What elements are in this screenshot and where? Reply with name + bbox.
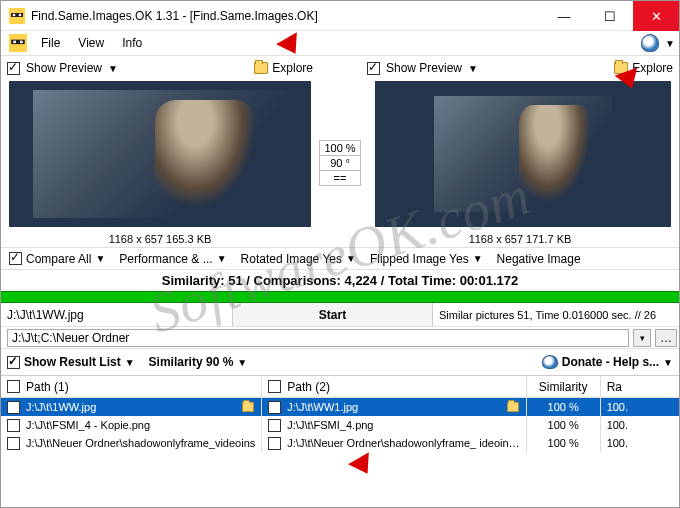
show-preview-left-label: Show Preview <box>26 61 102 75</box>
equal-indicator: == <box>319 170 361 186</box>
row-checkbox[interactable] <box>7 437 20 450</box>
preview-left-info: 1168 x 657 165.3 KB <box>1 229 319 247</box>
path-dropdown[interactable]: ▾ <box>633 329 651 347</box>
title-bar: Find.Same.Images.OK 1.31 - [Find.Same.Im… <box>1 1 679 31</box>
negative-option[interactable]: Negative Image <box>493 252 585 266</box>
folder-icon[interactable] <box>507 402 519 412</box>
folder-icon <box>254 62 268 74</box>
compare-all-option[interactable]: Compare All▼ <box>5 252 109 266</box>
header-ra[interactable]: Ra <box>607 380 622 394</box>
select-all-path2[interactable] <box>268 380 281 393</box>
path2-cell[interactable]: J:\J\t\WW1.jpg <box>287 401 358 413</box>
row-checkbox[interactable] <box>268 419 281 432</box>
show-preview-left-checkbox[interactable] <box>7 62 20 75</box>
cup-icon <box>542 355 558 369</box>
explore-left-button[interactable]: Explore <box>272 61 313 75</box>
zoom-value: 100 % <box>319 140 361 156</box>
minimize-button[interactable]: — <box>541 1 587 31</box>
progress-bar <box>1 291 679 303</box>
header-similarity[interactable]: Similarity <box>539 380 588 394</box>
explore-right-button[interactable]: Explore <box>632 61 673 75</box>
maximize-button[interactable]: ☐ <box>587 1 633 31</box>
row-checkbox[interactable] <box>7 401 20 414</box>
show-result-list-option[interactable]: Show Result List▼ <box>7 355 135 369</box>
browse-button[interactable]: … <box>655 329 677 347</box>
result-options: Show Result List▼ Similarity 90 %▼ Donat… <box>1 349 679 375</box>
options-bar: Compare All▼ Performance & ...▼ Rotated … <box>1 247 679 269</box>
scan-path-row: ▾ … <box>1 327 679 349</box>
ra-cell: 100. <box>607 437 628 449</box>
menu-view[interactable]: View <box>70 34 112 52</box>
preview-image-left[interactable] <box>9 81 311 227</box>
select-all-path1[interactable] <box>7 380 20 393</box>
start-button[interactable]: Start <box>233 303 433 326</box>
flipped-option[interactable]: Flipped Image Yes▼ <box>366 252 487 266</box>
chevron-down-icon[interactable]: ▼ <box>665 38 675 49</box>
svg-point-6 <box>13 40 16 43</box>
path1-cell[interactable]: J:\J\t\Neuer Ordner\shadowonlyframe_vide… <box>26 437 255 449</box>
menu-bar: File View Info ▼ <box>1 31 679 55</box>
col-similarity: Similarity 100 %100 %100 % <box>527 376 601 452</box>
status-text: Similar pictures 51, Time 0.016000 sec. … <box>433 303 679 326</box>
similarity-cell: 100 % <box>548 437 579 449</box>
row-checkbox[interactable] <box>268 401 281 414</box>
performance-option[interactable]: Performance & ...▼ <box>115 252 230 266</box>
path2-cell[interactable]: J:\J\t\FSMI_4.png <box>287 419 373 431</box>
results-table: Path (1) J:\J\t\1WW.jpgJ:\J\t\FSMI_4 - K… <box>1 375 679 452</box>
chevron-down-icon[interactable]: ▼ <box>108 63 118 74</box>
header-path1[interactable]: Path (1) <box>26 380 69 394</box>
rotated-option[interactable]: Rotated Image Yes▼ <box>237 252 360 266</box>
path2-cell[interactable]: J:\J\t\Neuer Ordner\shadowonlyframe_ ide… <box>287 437 519 449</box>
rotation-value: 90 ° <box>319 155 361 171</box>
svg-point-7 <box>20 40 23 43</box>
col-path2: Path (2) J:\J\t\WW1.jpgJ:\J\t\FSMI_4.png… <box>262 376 526 452</box>
path1-cell[interactable]: J:\J\t\1WW.jpg <box>26 401 96 413</box>
folder-icon[interactable] <box>242 402 254 412</box>
window-title: Find.Same.Images.OK 1.31 - [Find.Same.Im… <box>31 9 541 23</box>
preview-right-info: 1168 x 657 171.7 KB <box>361 229 679 247</box>
svg-point-3 <box>19 13 22 16</box>
similarity-threshold-option[interactable]: Similarity 90 %▼ <box>149 355 248 369</box>
preview-right-pane: Show Preview ▼ Explore 1168 x 657 171.7 … <box>361 57 679 247</box>
similarity-cell: 100 % <box>548 401 579 413</box>
donate-icon[interactable] <box>641 34 659 52</box>
ra-cell: 100. <box>607 401 628 413</box>
menu-info[interactable]: Info <box>114 34 150 52</box>
donate-option[interactable]: Donate - Help s...▼ <box>542 355 673 369</box>
col-path1: Path (1) J:\J\t\1WW.jpgJ:\J\t\FSMI_4 - K… <box>1 376 262 452</box>
show-preview-right-label: Show Preview <box>386 61 462 75</box>
preview-image-right[interactable] <box>375 81 671 227</box>
preview-compare-info: 100 % 90 ° == <box>319 57 361 247</box>
row-checkbox[interactable] <box>7 419 20 432</box>
show-preview-right-checkbox[interactable] <box>367 62 380 75</box>
app-menu-icon[interactable] <box>9 34 27 52</box>
control-row: J:\J\t\1WW.jpg Start Similar pictures 51… <box>1 303 679 327</box>
preview-left-pane: Show Preview ▼ Explore 1168 x 657 165.3 … <box>1 57 319 247</box>
chevron-down-icon[interactable]: ▼ <box>468 63 478 74</box>
preview-area: Show Preview ▼ Explore 1168 x 657 165.3 … <box>1 57 679 247</box>
close-button[interactable]: ✕ <box>633 1 679 31</box>
annotation-arrow <box>348 452 378 480</box>
row-checkbox[interactable] <box>268 437 281 450</box>
ra-cell: 100. <box>607 419 628 431</box>
header-path2[interactable]: Path (2) <box>287 380 330 394</box>
similarity-cell: 100 % <box>548 419 579 431</box>
app-icon <box>9 8 25 24</box>
folder-icon <box>614 62 628 74</box>
path1-cell[interactable]: J:\J\t\FSMI_4 - Kopie.png <box>26 419 150 431</box>
menu-file[interactable]: File <box>33 34 68 52</box>
svg-point-2 <box>13 13 16 16</box>
current-file-path: J:\J\t\1WW.jpg <box>1 303 233 326</box>
summary-text: Similarity: 51 / Comparisons: 4,224 / To… <box>1 269 679 291</box>
scan-path-input[interactable] <box>7 329 629 347</box>
col-ra: Ra 100.100.100. <box>601 376 679 452</box>
